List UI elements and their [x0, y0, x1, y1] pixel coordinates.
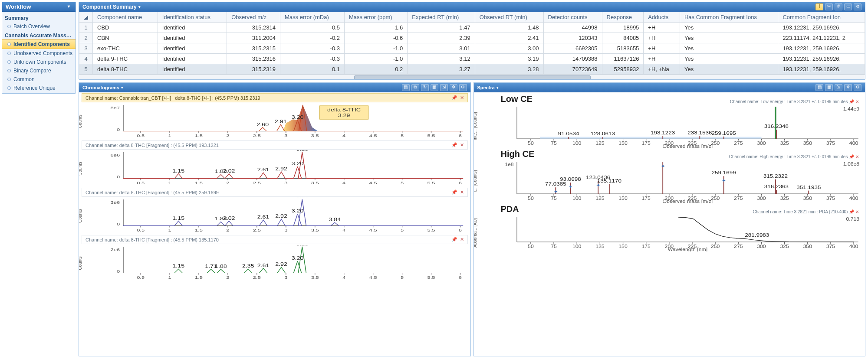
component-summary-title[interactable]: Component Summary▾	[82, 4, 141, 10]
column-header[interactable]: Adducts	[644, 12, 680, 23]
y-axis-label: Counts	[79, 209, 82, 223]
export-icon[interactable]: ⇲	[835, 84, 842, 91]
chromatogram-plot[interactable]: 0.511.522.533.544.555.568e702.602.913.20…	[101, 103, 468, 140]
svg-text:2.60: 2.60	[256, 122, 269, 127]
chromatogram-plot[interactable]: 0.511.522.533.544.555.562e601.151.711.88…	[101, 245, 468, 282]
table-row[interactable]: 4delta 9-THCIdentified315.2316-0.3-1.03.…	[79, 54, 865, 64]
grid-icon[interactable]: ▦	[825, 84, 833, 91]
horizontal-scrollbar[interactable]	[79, 75, 865, 79]
column-header[interactable]: Detector counts	[543, 12, 602, 23]
svg-text:281.9983: 281.9983	[745, 233, 769, 238]
workflow-item[interactable]: Binary Compare	[2, 66, 76, 75]
svg-text:3.5: 3.5	[311, 181, 319, 185]
svg-text:316.2348: 316.2348	[764, 124, 788, 129]
svg-text:1: 1	[168, 134, 171, 138]
move-icon[interactable]: ✥	[844, 84, 852, 91]
close-icon[interactable]: ✕	[460, 95, 464, 100]
cell-ppm: 0.2	[344, 64, 407, 75]
gear-icon[interactable]: ⚙	[854, 3, 861, 10]
table-row[interactable]: 5delta 8-THCIdentified315.23190.10.23.27…	[79, 64, 865, 75]
bullet-icon	[7, 86, 11, 90]
column-header[interactable]: Observed m/z	[227, 12, 280, 23]
bullet-icon	[7, 78, 11, 81]
column-header[interactable]: Identification status	[158, 12, 227, 23]
spectrum-heading: PDA	[501, 204, 519, 214]
workflow-item[interactable]: Reference Unique	[2, 84, 76, 92]
workflow-dropdown-icon[interactable]: ▾	[65, 4, 72, 10]
spectra-panel: Spectra▾ ▤ ▦ ⇲ ✥ ⚙ Low CEChannel name: L…	[473, 82, 866, 356]
svg-text:75: 75	[551, 141, 557, 146]
column-header[interactable]: Expected RT (min)	[408, 12, 475, 23]
table-row[interactable]: 3exo-THCIdentified315.2315-0.3-1.03.013.…	[79, 43, 865, 54]
workflow-item[interactable]: Common	[2, 75, 76, 84]
corner-cell[interactable]: ◢	[79, 12, 93, 23]
column-header[interactable]: Component name	[93, 12, 158, 23]
svg-text:50: 50	[528, 141, 534, 146]
pin-icon[interactable]: 📌	[451, 189, 457, 195]
tool-icon[interactable]: ▤	[815, 84, 823, 91]
chromatograms-title[interactable]: Chromatograms▾	[82, 85, 123, 90]
svg-text:100: 100	[572, 141, 581, 146]
tool-icon[interactable]: ✂	[825, 3, 833, 10]
spectra-title[interactable]: Spectra▾	[477, 85, 499, 90]
window-icon[interactable]: ▭	[844, 3, 852, 10]
component-table-scroll[interactable]: ◢Component nameIdentification statusObse…	[79, 12, 865, 75]
pin-icon[interactable]: 📌	[451, 95, 457, 100]
table-row[interactable]: 1CBDIdentified315.2314-0.5-1.61.471.4844…	[79, 23, 865, 33]
spectrum-plot[interactable]: 5075100125150175200225250275300325350375…	[496, 160, 863, 203]
component-summary-panel: Component Summary▾ i ✂ # ▭ ⚙ ◢Component …	[79, 2, 865, 80]
workflow-item[interactable]: Batch Overview	[2, 22, 76, 31]
cell-det: 70723649	[543, 64, 602, 75]
pin-icon[interactable]: 📌	[849, 99, 854, 104]
tool-icon[interactable]: ▤	[402, 84, 410, 91]
close-icon[interactable]: ✕	[460, 142, 464, 147]
spectrum-plot[interactable]: 5075100125150175200225250275300325350375…	[496, 215, 863, 251]
chromatogram-plot[interactable]: 0.511.522.533.544.555.563e601.151.882.02…	[101, 198, 468, 235]
settings-icon[interactable]: ⚙	[459, 84, 467, 91]
svg-text:275: 275	[734, 141, 743, 146]
column-header[interactable]: Observed RT (min)	[475, 12, 543, 23]
svg-text:325: 325	[780, 244, 789, 249]
column-header[interactable]: Mass error (ppm)	[344, 12, 407, 23]
svg-text:4: 4	[342, 228, 346, 232]
close-icon[interactable]: ✕	[855, 154, 859, 159]
svg-text:259.1699: 259.1699	[711, 170, 736, 176]
svg-text:50: 50	[528, 244, 534, 249]
chromatogram-plot[interactable]: 0.511.522.533.544.555.566e601.151.882.02…	[101, 150, 468, 188]
column-header[interactable]: Mass error (mDa)	[280, 12, 344, 23]
close-icon[interactable]: ✕	[855, 99, 859, 104]
pin-icon[interactable]: 📌	[849, 154, 854, 159]
pin-icon[interactable]: 📌	[451, 237, 457, 242]
column-header[interactable]: Response	[602, 12, 644, 23]
svg-text:0: 0	[117, 222, 120, 226]
close-icon[interactable]: ✕	[460, 237, 464, 242]
grid-icon[interactable]: ▦	[431, 84, 438, 91]
cell-det: 120343	[543, 33, 602, 43]
dropdown-icon: ▾	[121, 85, 123, 90]
info-icon[interactable]: i	[815, 3, 823, 10]
pin-icon[interactable]: 📌	[451, 142, 457, 147]
export-icon[interactable]: ⇲	[440, 84, 448, 91]
pin-icon[interactable]: 📌	[849, 209, 854, 214]
svg-text:1.88: 1.88	[215, 264, 227, 269]
column-header[interactable]: Has Common Fragment Ions	[680, 12, 778, 23]
column-header[interactable]: Common Fragment Ion	[778, 12, 865, 23]
close-icon[interactable]: ✕	[855, 209, 859, 214]
workflow-item[interactable]: Unknown Components	[2, 58, 76, 66]
cell-status: Identified	[158, 43, 227, 54]
refresh-icon[interactable]: ↻	[421, 84, 429, 91]
move-icon[interactable]: ✥	[450, 84, 457, 91]
table-row[interactable]: 2CBNIdentified311.2004-0.2-0.62.392.4112…	[79, 33, 865, 43]
close-icon[interactable]: ✕	[460, 189, 464, 195]
svg-text:1e8: 1e8	[505, 162, 513, 167]
hash-icon[interactable]: #	[835, 3, 842, 10]
svg-text:275: 275	[734, 244, 743, 249]
spectrum-plot[interactable]: 5075100125150175200225250275300325350375…	[496, 105, 863, 148]
workflow-item[interactable]: Identified Components	[2, 39, 76, 49]
workflow-item[interactable]: Unobserved Components	[2, 49, 76, 58]
copy-icon[interactable]: ⧉	[411, 84, 419, 91]
svg-text:315.2322: 315.2322	[763, 173, 787, 179]
settings-icon[interactable]: ⚙	[854, 84, 861, 91]
svg-text:1.5: 1.5	[195, 275, 203, 280]
y-axis-label: Counts	[79, 162, 82, 176]
